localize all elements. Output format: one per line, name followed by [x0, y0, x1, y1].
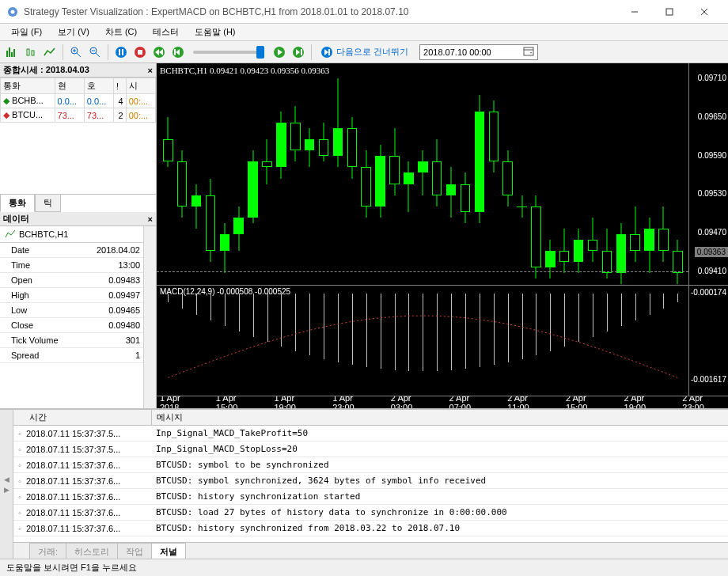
data-row: Date2018.04.02: [0, 243, 156, 258]
step-forward-button[interactable]: [290, 44, 307, 61]
scrollbar[interactable]: [143, 226, 156, 408]
log-row[interactable]: ◦2018.07.11 15:37:37.6...BTCUSD: symbol …: [13, 457, 728, 473]
minimize-button[interactable]: [617, 1, 652, 23]
log-row[interactable]: ◦2018.07.11 15:37:37.6...BTCUSD: history…: [13, 489, 728, 505]
svg-point-15: [116, 47, 127, 58]
svg-rect-34: [524, 47, 533, 55]
quotes-table: 통화 현 호 ! 시 ◆ BCHB... 0.0... 0.0... 4 00:…: [0, 78, 156, 123]
maximize-button[interactable]: [652, 1, 687, 23]
speed-slider[interactable]: [193, 51, 264, 54]
step-back-button[interactable]: [169, 44, 187, 61]
data-row: Tick Volume301: [0, 333, 156, 348]
svg-rect-33: [328, 49, 330, 55]
log-row[interactable]: ◦2018.07.11 15:37:37.6...BTCUSD: load 27…: [13, 505, 728, 521]
log-container: ◀ ▶ 시간 메시지 ◦2018.07.11 15:37:37.5...Inp_…: [0, 408, 728, 559]
data-row: High0.09497: [0, 288, 156, 303]
app-icon: [6, 6, 19, 18]
log-row[interactable]: ◦2018.07.11 15:37:37.6...BTCUSD: symbol …: [13, 473, 728, 489]
svg-rect-19: [138, 50, 142, 55]
x-axis: 1 Apr 20181 Apr 15:001 Apr 19:001 Apr 23…: [157, 396, 728, 408]
svg-rect-25: [174, 49, 176, 55]
status-text: 도움말을 보시려면 F1을 누르세요: [6, 562, 137, 574]
svg-point-1: [11, 9, 15, 13]
line-chart-icon[interactable]: [41, 44, 59, 61]
svg-line-9: [77, 53, 81, 57]
menu-help[interactable]: 도움말 (H): [187, 25, 243, 40]
log-tab-trade[interactable]: 거래:: [29, 543, 66, 560]
col-symbol[interactable]: 통화: [1, 78, 55, 94]
log-row[interactable]: ◦2018.07.11 15:37:37.6...BTCUSD: history…: [13, 521, 728, 536]
skip-to-label: 다음으로 건너뛰기: [336, 46, 408, 58]
svg-line-13: [96, 53, 100, 57]
calendar-dropdown-icon[interactable]: [523, 46, 534, 59]
svg-rect-17: [122, 49, 123, 55]
pause-button[interactable]: [112, 44, 130, 61]
quote-row[interactable]: ◆ BCHB... 0.0... 0.0... 4 00:...: [1, 94, 156, 108]
menu-chart[interactable]: 차트 (C): [97, 25, 145, 40]
col-exc[interactable]: !: [114, 78, 127, 94]
menu-tester[interactable]: 테스터: [145, 25, 187, 40]
toolbar: 다음으로 건너뛰기 2018.07.10 00:00: [0, 41, 728, 63]
zoom-in-icon[interactable]: [67, 44, 85, 61]
log-tab-journal[interactable]: 저널: [151, 543, 186, 560]
menu-view[interactable]: 보기 (V): [50, 25, 97, 40]
data-row: Open0.09483: [0, 273, 156, 288]
tab-tick[interactable]: 틱: [35, 195, 61, 212]
close-button[interactable]: [687, 1, 722, 23]
quotes-close-icon[interactable]: ×: [148, 66, 153, 75]
left-sidebar: 종합시세 : 2018.04.03 × 통화 현 호 ! 시 ◆ BCHB...…: [0, 63, 157, 408]
data-row: Time13:00: [0, 258, 156, 273]
log-header: 시간 메시지: [13, 410, 728, 426]
quotes-panel-title: 종합시세 : 2018.04.03 ×: [0, 63, 156, 78]
bar-chart-icon[interactable]: [3, 44, 21, 61]
log-col-msg[interactable]: 메시지: [152, 410, 728, 425]
svg-rect-30: [301, 49, 302, 55]
window-title: Strategy Tester Visualization : ExpertMA…: [24, 6, 617, 17]
col-bid[interactable]: 현: [55, 78, 84, 94]
log-row[interactable]: ◦2018.07.11 15:37:37.5...Inp_Signal_MACD…: [13, 441, 728, 457]
svg-rect-6: [27, 49, 29, 55]
svg-marker-36: [530, 52, 532, 54]
date-input[interactable]: 2018.07.10 00:00: [419, 44, 538, 60]
candlestick-icon[interactable]: [22, 44, 40, 61]
data-panel: BCHBTC,H1 Date2018.04.02Time13:00Open0.0…: [0, 226, 156, 408]
menu-file[interactable]: 파일 (F): [3, 25, 50, 40]
log-tab-history[interactable]: 히스토리: [66, 543, 118, 560]
col-ask[interactable]: 호: [84, 78, 113, 94]
log-col-time[interactable]: 시간: [13, 410, 152, 425]
main-area: 종합시세 : 2018.04.03 × 통화 현 호 ! 시 ◆ BCHB...…: [0, 63, 728, 408]
log-row[interactable]: ◦2018.07.11 15:37:37.5...Inp_Signal_MACD…: [13, 426, 728, 441]
data-panel-title: 데이터 ×: [0, 212, 156, 226]
play-button[interactable]: [271, 44, 288, 61]
chart-header: BCHBTC,H1 0.09421 0.09423 0.09356 0.0936…: [160, 66, 329, 75]
zoom-out-icon[interactable]: [86, 44, 104, 61]
quote-row[interactable]: ◆ BTCU... 73... 73... 2 00:...: [1, 108, 156, 123]
menubar: 파일 (F) 보기 (V) 차트 (C) 테스터 도움말 (H): [0, 24, 728, 41]
titlebar: Strategy Tester Visualization : ExpertMA…: [0, 0, 728, 24]
rewind-button[interactable]: [150, 44, 168, 61]
data-row: Close0.09480: [0, 318, 156, 333]
chart-container: BCHBTC,H1 0.09421 0.09423 0.09356 0.0936…: [157, 63, 728, 408]
date-value: 2018.07.10 00:00: [423, 47, 491, 57]
statusbar: 도움말을 보시려면 F1을 누르세요: [0, 559, 728, 576]
svg-rect-16: [119, 49, 120, 55]
price-chart[interactable]: BCHBTC,H1 0.09421 0.09423 0.09356 0.0936…: [157, 63, 728, 285]
macd-chart[interactable]: MACD(12,24,9) -0.000508 -0.000525 -0.000…: [157, 285, 728, 396]
stop-button[interactable]: [131, 44, 149, 61]
skip-to-button[interactable]: 다음으로 건너뛰기: [316, 46, 413, 59]
svg-rect-7: [32, 51, 34, 55]
svg-rect-3: [666, 9, 673, 15]
tab-currency[interactable]: 통화: [0, 195, 35, 212]
data-symbol-header: BCHBTC,H1: [0, 226, 156, 243]
data-row: Low0.09465: [0, 303, 156, 318]
log-tab-jobs[interactable]: 작업: [117, 543, 152, 560]
col-time[interactable]: 시: [126, 78, 155, 94]
data-row: Spread1: [0, 348, 156, 363]
data-close-icon[interactable]: ×: [148, 214, 153, 224]
log-sideband[interactable]: ◀ ▶: [0, 410, 13, 559]
